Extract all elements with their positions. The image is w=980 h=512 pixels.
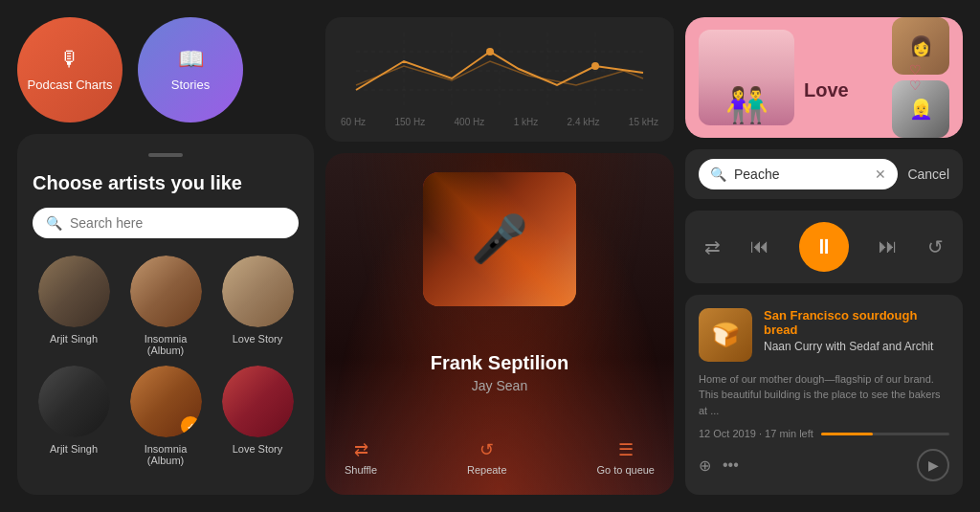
shuffle-icon: ⇄ — [354, 439, 368, 460]
player-art-inner: 🎤 — [423, 172, 576, 306]
list-item[interactable]: Arjit Singh — [33, 366, 115, 466]
podcast-charts-label: Podcast Charts — [28, 78, 113, 94]
shuffle-button[interactable]: ⇄ — [704, 235, 721, 258]
avatar: ✓ — [130, 366, 202, 437]
shuffle-label: Shuffle — [345, 464, 377, 476]
eq-labels: 60 Hz 150 Hz 400 Hz 1 kHz 2.4 kHz 15 kHz — [341, 117, 658, 127]
circles-row: 🎙 Podcast Charts 📖 Stories — [17, 17, 314, 122]
artist-search-box[interactable]: 🔍 — [33, 208, 299, 238]
search-pill[interactable]: 🔍 Peache ✕ — [699, 159, 898, 189]
heart-icons: ♡ ♡ — [909, 62, 922, 93]
player-card: 🎤 Frank Septilion Jay Sean ⇄ Shuffle ↺ R… — [325, 153, 674, 495]
podcast-card: 🍞 San Francisco sourdough bread Naan Cur… — [685, 295, 963, 496]
queue-label: Go to queue — [596, 464, 655, 476]
list-item[interactable]: Love Story — [216, 256, 299, 356]
podcast-progress-bar — [821, 433, 949, 435]
artist-name: Insomnia (Album) — [124, 333, 207, 356]
artist-search-input[interactable] — [70, 215, 285, 231]
repeat-control[interactable]: ↺ Repeate — [467, 439, 507, 476]
podcast-subtitle: Naan Curry with Sedaf and Archit — [764, 340, 949, 353]
eq-label-1khz: 1 kHz — [514, 117, 539, 127]
selected-badge: ✓ — [181, 416, 200, 435]
podcast-progress-fill — [821, 433, 873, 435]
avatar — [222, 256, 294, 327]
player-song-name: Jay Sean — [431, 378, 568, 393]
search-cancel-button[interactable]: Cancel — [907, 167, 949, 182]
player-album-art: 🎤 — [423, 172, 576, 306]
podcast-thumbnail: 🍞 — [699, 308, 752, 362]
queue-control[interactable]: ☰ Go to queue — [596, 439, 655, 476]
artist-name: Love Story — [233, 443, 283, 455]
repeat-icon: ↺ — [479, 439, 494, 460]
love-title: Love — [804, 79, 882, 101]
middle-column: 60 Hz 150 Hz 400 Hz 1 kHz 2.4 kHz 15 kHz… — [325, 17, 674, 495]
love-main-image: 👫 — [699, 30, 794, 125]
search-card: 🔍 Peache ✕ Cancel — [685, 149, 963, 199]
artist-name: Insomnia (Album) — [124, 443, 207, 466]
forward-button[interactable]: ⏭ — [879, 235, 898, 257]
avatar — [38, 366, 110, 437]
artist-card-title: Choose artists you like — [33, 172, 299, 194]
love-couple-image: 👫 — [699, 30, 794, 125]
podcast-title: San Francisco sourdough bread — [764, 308, 949, 337]
list-item[interactable]: Arjit Singh — [33, 256, 115, 356]
repeat-button[interactable]: ↺ — [927, 235, 944, 258]
more-button[interactable]: ••• — [723, 456, 739, 474]
book-icon: 📖 — [178, 47, 204, 72]
player-controls: ⇄ Shuffle ↺ Repeate ☰ Go to queue — [345, 439, 655, 476]
rewind-button[interactable]: ⏮ — [750, 235, 769, 257]
player-artist-name: Frank Septilion — [431, 352, 568, 374]
avatar — [222, 366, 294, 437]
podcast-description: Home of our mother dough—flagship of our… — [699, 371, 949, 419]
list-item[interactable]: Insomnia (Album) — [124, 256, 207, 356]
eq-label-24khz: 2.4 kHz — [568, 117, 600, 127]
artist-selector-card: Choose artists you like 🔍 Arjit Singh — [17, 134, 314, 495]
avatar — [130, 256, 202, 327]
pause-button[interactable]: ⏸ — [799, 222, 849, 272]
artist-name: Arjit Singh — [50, 443, 98, 455]
artists-grid: Arjit Singh Insomnia (Album) Love Story — [33, 256, 299, 466]
right-column: 👫 ♡ ♡ Love 👩 👱‍♀️ 🔍 Peache ✕ — [685, 17, 963, 495]
left-column: 🎙 Podcast Charts 📖 Stories Choose artist… — [17, 17, 314, 495]
podcast-play-button[interactable]: ▶ — [917, 449, 949, 481]
repeat-label: Repeate — [467, 464, 507, 476]
eq-label-400hz: 400 Hz — [455, 117, 485, 127]
bread-icon: 🍞 — [711, 322, 740, 348]
shuffle-control[interactable]: ⇄ Shuffle — [345, 439, 377, 476]
love-card: 👫 ♡ ♡ Love 👩 👱‍♀️ — [685, 17, 963, 138]
list-item[interactable]: ✓ Insomnia (Album) — [124, 366, 207, 466]
clear-search-button[interactable]: ✕ — [875, 167, 886, 182]
search-value: Peache — [734, 167, 779, 182]
drag-handle[interactable] — [148, 153, 183, 157]
eq-label-60hz: 60 Hz — [341, 117, 366, 127]
podcast-date: 12 Oct 2019 · 17 min left — [699, 428, 813, 439]
podcast-meta: 12 Oct 2019 · 17 min left — [699, 428, 949, 439]
avatar — [38, 256, 110, 327]
equalizer-card: 60 Hz 150 Hz 400 Hz 1 kHz 2.4 kHz 15 kHz — [325, 17, 674, 142]
add-button[interactable]: ⊕ — [699, 456, 711, 475]
eq-label-150hz: 150 Hz — [395, 117, 426, 127]
svg-point-8 — [486, 48, 494, 56]
eq-label-15khz: 15 kHz — [629, 117, 658, 127]
stories-circle[interactable]: 📖 Stories — [138, 17, 243, 122]
love-title-area: ♡ ♡ Love — [804, 53, 882, 101]
microphone-icon: 🎙 — [59, 47, 80, 72]
podcast-top-section: 🍞 San Francisco sourdough bread Naan Cur… — [699, 308, 949, 362]
equalizer-chart — [341, 33, 658, 109]
artist-name: Arjit Singh — [50, 333, 98, 345]
player-info: Frank Septilion Jay Sean — [431, 352, 568, 393]
svg-point-9 — [591, 62, 599, 70]
podcast-charts-circle[interactable]: 🎙 Podcast Charts — [17, 17, 122, 122]
podcast-actions: ⊕ ••• ▶ — [699, 449, 949, 481]
stories-label: Stories — [171, 78, 210, 94]
search-icon: 🔍 — [46, 215, 62, 231]
playback-controls-card: ⇄ ⏮ ⏸ ⏭ ↺ — [685, 211, 963, 283]
artist-name: Love Story — [233, 333, 283, 345]
list-item[interactable]: Love Story — [216, 366, 299, 466]
app-container: 🎙 Podcast Charts 📖 Stories Choose artist… — [0, 0, 980, 512]
podcast-info: San Francisco sourdough bread Naan Curry… — [764, 308, 949, 362]
search-icon: 🔍 — [710, 167, 726, 182]
queue-icon: ☰ — [618, 439, 634, 460]
